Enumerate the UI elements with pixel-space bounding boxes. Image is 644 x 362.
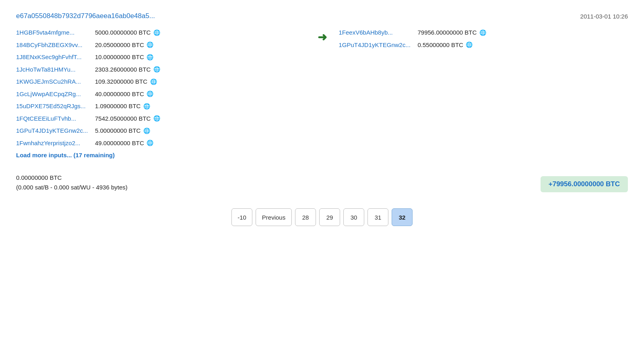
outputs-section: 1FeexV6bAHb8yb... 79956.00000000 BTC 🌐 1… xyxy=(339,28,628,53)
input-amount: 10.00000000 BTC xyxy=(95,53,144,62)
input-row: 15uDPXE75Ed52qRJgs... 1.09000000 BTC 🌐 xyxy=(16,102,305,111)
page-32-button[interactable]: 32 xyxy=(392,208,413,226)
fee-amount: 0.00000000 BTC xyxy=(16,173,128,183)
input-address[interactable]: 1GcLjWwpAECpqZRg... xyxy=(16,90,93,99)
input-row: 1FwnhahzYerpristjzo2... 49.00000000 BTC … xyxy=(16,139,305,148)
globe-icon[interactable]: 🌐 xyxy=(153,29,160,36)
input-amount: 5.00000000 BTC xyxy=(95,126,140,136)
transaction-arrow-icon: ➜ xyxy=(318,31,327,44)
globe-icon[interactable]: 🌐 xyxy=(153,66,160,73)
input-row: 1FQtCEEEiLuFTvhb... 7542.05000000 BTC 🌐 xyxy=(16,114,305,123)
fee-detail: (0.000 sat/B - 0.000 sat/WU - 4936 bytes… xyxy=(16,183,128,192)
globe-icon[interactable]: 🌐 xyxy=(479,29,486,36)
page-30-button[interactable]: 30 xyxy=(343,208,364,226)
input-amount: 2303.26000000 BTC xyxy=(95,65,151,74)
fee-section: 0.00000000 BTC (0.000 sat/B - 0.000 sat/… xyxy=(16,173,628,192)
input-row: 1HGBF5vta4mfgme... 5000.00000000 BTC 🌐 xyxy=(16,28,305,37)
page-29-button[interactable]: 29 xyxy=(319,208,340,226)
input-amount: 5000.00000000 BTC xyxy=(95,28,151,37)
globe-icon[interactable]: 🌐 xyxy=(147,140,154,147)
output-address[interactable]: 1FeexV6bAHb8yb... xyxy=(339,28,415,37)
output-address[interactable]: 1GPuT4JD1yKTEGnw2c... xyxy=(339,41,415,50)
globe-icon[interactable]: 🌐 xyxy=(143,103,150,110)
input-address[interactable]: 1KWGJEJmSCu2hRA... xyxy=(16,77,93,86)
transaction-header: e67a0550848b7932d7796aeea16ab0e48a5... 2… xyxy=(16,12,628,20)
input-row: 1GcLjWwpAECpqZRg... 40.00000000 BTC 🌐 xyxy=(16,90,305,99)
prev-page-button[interactable]: Previous xyxy=(256,208,292,226)
output-row: 1FeexV6bAHb8yb... 79956.00000000 BTC 🌐 xyxy=(339,28,628,37)
inputs-section: 1HGBF5vta4mfgme... 5000.00000000 BTC 🌐 1… xyxy=(16,28,305,167)
input-row: 184BCyFbhZBEGX9vv... 20.05000000 BTC 🌐 xyxy=(16,41,305,50)
input-address[interactable]: 1GPuT4JD1yKTEGnw2c... xyxy=(16,126,93,136)
input-address[interactable]: 184BCyFbhZBEGX9vv... xyxy=(16,41,93,50)
transaction-date: 2011-03-01 10:26 xyxy=(580,13,628,20)
globe-icon[interactable]: 🌐 xyxy=(147,41,154,49)
input-amount: 1.09000000 BTC xyxy=(95,102,140,111)
globe-icon[interactable]: 🌐 xyxy=(147,90,154,98)
page-31-button[interactable]: 31 xyxy=(367,208,388,226)
globe-icon[interactable]: 🌐 xyxy=(147,53,154,61)
output-amount: 79956.00000000 BTC xyxy=(418,28,477,37)
total-badge: +79956.00000000 BTC xyxy=(541,176,628,192)
input-row: 1JcHoTwTa81HMYu... 2303.26000000 BTC 🌐 xyxy=(16,65,305,74)
globe-icon[interactable]: 🌐 xyxy=(466,41,473,49)
pagination: -10Previous2829303132 xyxy=(16,208,628,226)
input-amount: 109.32000000 BTC xyxy=(95,77,147,86)
input-address[interactable]: 1HGBF5vta4mfgme... xyxy=(16,28,93,37)
arrow-section: ➜ xyxy=(305,28,339,44)
input-amount: 49.00000000 BTC xyxy=(95,139,144,148)
input-address[interactable]: 1FwnhahzYerpristjzo2... xyxy=(16,139,93,148)
input-address[interactable]: 1J8ENxKSec9ghFvhfT... xyxy=(16,53,93,62)
globe-icon[interactable]: 🌐 xyxy=(143,127,150,134)
input-address[interactable]: 15uDPXE75Ed52qRJgs... xyxy=(16,102,93,111)
transaction-body: 1HGBF5vta4mfgme... 5000.00000000 BTC 🌐 1… xyxy=(16,28,628,167)
input-amount: 7542.05000000 BTC xyxy=(95,114,151,123)
fee-info: 0.00000000 BTC (0.000 sat/B - 0.000 sat/… xyxy=(16,173,128,192)
input-row: 1GPuT4JD1yKTEGnw2c... 5.00000000 BTC 🌐 xyxy=(16,126,305,136)
input-row: 1J8ENxKSec9ghFvhfT... 10.00000000 BTC 🌐 xyxy=(16,53,305,62)
output-amount: 0.55000000 BTC xyxy=(418,41,463,50)
globe-icon[interactable]: 🌐 xyxy=(150,78,157,85)
input-address[interactable]: 1FQtCEEEiLuFTvhb... xyxy=(16,114,93,123)
globe-icon[interactable]: 🌐 xyxy=(153,115,160,122)
input-amount: 40.00000000 BTC xyxy=(95,90,144,99)
page-28-button[interactable]: 28 xyxy=(295,208,316,226)
input-row: 1KWGJEJmSCu2hRA... 109.32000000 BTC 🌐 xyxy=(16,77,305,86)
output-row: 1GPuT4JD1yKTEGnw2c... 0.55000000 BTC 🌐 xyxy=(339,41,628,50)
input-amount: 20.05000000 BTC xyxy=(95,41,144,50)
transaction-hash[interactable]: e67a0550848b7932d7796aeea16ab0e48a5... xyxy=(16,12,155,20)
input-address[interactable]: 1JcHoTwTa81HMYu... xyxy=(16,65,93,74)
minus10-button[interactable]: -10 xyxy=(231,208,252,226)
load-more-button[interactable]: Load more inputs... (17 remaining) xyxy=(16,152,305,158)
